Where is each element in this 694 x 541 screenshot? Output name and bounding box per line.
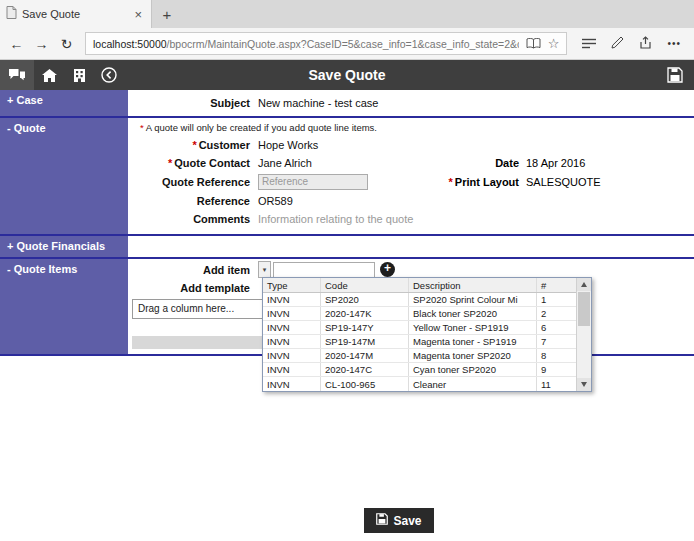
section-quote-financials: + Quote Financials <box>0 236 694 259</box>
tab-bar: Save Quote × + <box>0 0 694 28</box>
page-favicon-icon <box>6 5 17 23</box>
item-row[interactable]: INVN 2020-147M Magenta toner SP2020 8 <box>263 349 576 363</box>
column-header-description[interactable]: Description <box>409 278 537 292</box>
column-header-type[interactable]: Type <box>263 278 321 292</box>
item-grid-header: Type Code Description # <box>263 278 576 293</box>
chat-icon[interactable] <box>0 60 34 90</box>
tab-title: Save Quote <box>22 8 126 20</box>
web-note-icon[interactable] <box>611 35 624 53</box>
comments-label: Comments <box>128 213 250 225</box>
quote-reference-label: Quote Reference <box>128 176 250 188</box>
print-layout-value: SALESQUOTE <box>526 176 638 188</box>
customer-value: Hope Works <box>258 139 318 151</box>
item-row[interactable]: INVN 2020-147K Black toner SP2020 2 <box>263 307 576 321</box>
reference-value: OR589 <box>258 195 293 207</box>
app-header: Save Quote <box>0 60 694 90</box>
subject-value: New machine - test case <box>258 97 378 109</box>
scroll-down-icon[interactable] <box>577 378 591 391</box>
reference-label: Reference <box>128 195 250 207</box>
column-header-count[interactable]: # <box>537 278 563 292</box>
customer-label: *Customer <box>128 139 250 151</box>
share-icon[interactable] <box>639 35 652 53</box>
add-item-input[interactable] <box>273 262 375 278</box>
print-layout-label: *Print Layout <box>431 176 519 188</box>
item-row[interactable]: INVN 2020-147C Cyan toner SP2020 9 <box>263 363 576 377</box>
scroll-up-icon[interactable] <box>577 278 591 291</box>
footer-area: Save <box>0 508 694 533</box>
item-row[interactable]: INVN SP19-147M Magenta toner - SP1919 7 <box>263 335 576 349</box>
home-icon[interactable] <box>34 69 64 82</box>
section-header-case[interactable]: + Case <box>0 90 128 116</box>
section-quote: - Quote *A quote will only be created if… <box>0 118 694 236</box>
item-row[interactable]: INVN SP2020 SP2020 Sprint Colour Mi 1 <box>263 293 576 307</box>
save-icon <box>376 513 388 528</box>
refresh-button[interactable]: ↻ <box>54 36 79 52</box>
item-row[interactable]: INVN CL-100-965 Cleaner 11 <box>263 377 576 391</box>
tab-close-icon[interactable]: × <box>131 7 145 22</box>
add-template-label: Add template <box>128 282 250 294</box>
section-case: + Case Subject New machine - test case <box>0 90 694 118</box>
date-label: Date <box>431 157 519 169</box>
address-bar[interactable]: localhost:50000/bpocrm/MaintainQuote.asp… <box>85 32 567 55</box>
section-header-quote-financials[interactable]: + Quote Financials <box>0 236 128 257</box>
url-text: localhost:50000/bpocrm/MaintainQuote.asp… <box>93 38 519 50</box>
add-item-label: Add item <box>128 264 250 276</box>
hub-icon[interactable] <box>582 35 596 53</box>
comments-placeholder[interactable]: Information relating to the quote <box>258 213 413 225</box>
scrollbar-thumb[interactable] <box>578 292 590 326</box>
popup-scrollbar[interactable] <box>576 278 591 391</box>
quote-contact-label: *Quote Contact <box>128 157 250 169</box>
section-header-quote-items[interactable]: - Quote Items <box>0 259 128 354</box>
subject-label: Subject <box>128 97 250 109</box>
save-button[interactable]: Save <box>364 508 433 533</box>
header-save-icon[interactable] <box>656 67 694 83</box>
column-header-code[interactable]: Code <box>321 278 409 292</box>
more-actions-icon[interactable]: ••• <box>667 38 681 49</box>
building-icon[interactable] <box>64 69 94 82</box>
item-picker-popup: Type Code Description # INVN SP2020 SP20… <box>262 277 592 392</box>
quote-contact-value: Jane Alrich <box>258 157 312 169</box>
date-value: 18 Apr 2016 <box>526 157 638 169</box>
favorite-star-icon[interactable]: ☆ <box>548 36 560 51</box>
add-item-dropdown-button[interactable]: ▾ <box>258 261 271 278</box>
quote-note: *A quote will only be created if you add… <box>128 118 694 136</box>
browser-action-icons: ••• <box>573 35 690 53</box>
add-item-button[interactable]: + <box>380 262 395 277</box>
back-button[interactable]: ← <box>4 36 29 52</box>
item-row[interactable]: INVN SP19-147Y Yellow Toner - SP1919 6 <box>263 321 576 335</box>
forward-button[interactable]: → <box>29 36 54 52</box>
back-circle-icon[interactable] <box>94 67 124 83</box>
tab-save-quote[interactable]: Save Quote × <box>0 0 152 28</box>
quote-reference-input[interactable] <box>258 174 368 190</box>
new-tab-button[interactable]: + <box>152 0 182 28</box>
reading-view-icon[interactable] <box>526 38 541 49</box>
section-header-quote[interactable]: - Quote <box>0 118 128 234</box>
browser-toolbar: ← → ↻ localhost:50000/bpocrm/MaintainQuo… <box>0 28 694 60</box>
